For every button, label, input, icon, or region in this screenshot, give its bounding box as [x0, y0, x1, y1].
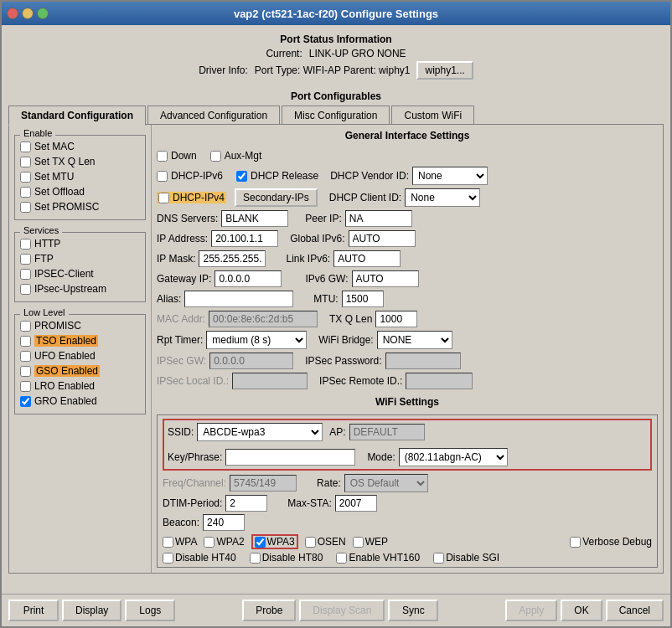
display-button[interactable]: Display — [62, 600, 121, 621]
general-interface-title: General Interface Settings — [157, 130, 658, 142]
ipsec-remote-id-label: IPSec Remote ID.: — [319, 375, 402, 387]
probe-button[interactable]: Probe — [242, 600, 296, 621]
enc-options-row: WPA WPA2 WPA3 — [163, 534, 652, 549]
peer-ip-input[interactable] — [345, 210, 412, 227]
promisc-checkbox[interactable] — [20, 321, 31, 332]
ap-row: AP: — [329, 424, 424, 440]
tx-q-len-input[interactable] — [375, 311, 417, 327]
ufo-enabled-checkbox[interactable] — [20, 351, 31, 362]
dtim-period-input[interactable] — [225, 495, 267, 512]
key-phrase-input[interactable] — [225, 449, 355, 466]
tab-standard[interactable]: Standard Configuration — [8, 106, 146, 126]
tab-advanced[interactable]: Advanced Configuration — [147, 106, 280, 126]
ipsec-upstream-label: IPsec-Upstream — [34, 283, 106, 295]
set-mac-checkbox[interactable] — [20, 142, 31, 152]
wiphy-button[interactable]: wiphy1... — [416, 61, 473, 80]
wifi-bridge-select[interactable]: NONE — [377, 331, 452, 349]
dhcp-release-checkbox[interactable] — [236, 171, 247, 182]
disable-sgi-checkbox[interactable] — [433, 553, 444, 564]
display-scan-button[interactable]: Display Scan — [299, 600, 385, 621]
global-ipv6-input[interactable] — [349, 230, 416, 247]
wep-checkbox[interactable] — [353, 537, 364, 548]
left-button-group: Print Display Logs — [8, 600, 175, 621]
apply-button[interactable]: Apply — [505, 600, 557, 621]
ip-address-input[interactable] — [211, 230, 278, 247]
ipsec-remote-id-input[interactable] — [406, 373, 473, 389]
mac-addr-input[interactable] — [209, 311, 318, 327]
set-mtu-label: Set MTU — [34, 171, 74, 183]
verbose-debug-checkbox[interactable] — [570, 537, 581, 548]
down-checkbox[interactable] — [157, 151, 168, 162]
tab-custom-wifi[interactable]: Custom WiFi — [391, 106, 474, 126]
mode-select[interactable]: (802.11abgn-AC) — [399, 448, 508, 466]
dhcp-ipv6-item: DHCP-IPv6 — [157, 168, 223, 183]
maximize-window-btn[interactable] — [37, 8, 49, 19]
ipsec-local-id-input[interactable] — [232, 373, 308, 389]
mtu-input[interactable] — [342, 291, 384, 307]
print-button[interactable]: Print — [8, 600, 59, 621]
set-promisc-checkbox[interactable] — [20, 202, 31, 213]
tx-q-len-label: TX Q Len — [329, 313, 372, 325]
enable-group-title: Enable — [20, 128, 55, 138]
dns-servers-input[interactable] — [221, 210, 288, 227]
wpa3-checkbox[interactable] — [255, 537, 266, 548]
tab-misc[interactable]: Misc Configuration — [282, 106, 390, 126]
set-offload-checkbox[interactable] — [20, 187, 31, 198]
dhcp-ipv4-checkbox[interactable] — [158, 193, 169, 203]
ipsec-upstream-checkbox[interactable] — [20, 284, 31, 295]
center-button-group: Probe Display Scan Sync — [242, 600, 438, 621]
osen-checkbox[interactable] — [305, 537, 316, 548]
enable-vht160-checkbox[interactable] — [336, 553, 347, 564]
beacon-input[interactable] — [203, 514, 245, 531]
lro-enabled-checkbox[interactable] — [20, 381, 31, 392]
close-window-btn[interactable] — [7, 8, 18, 19]
ip-mask-input[interactable] — [199, 250, 266, 267]
ssid-select[interactable]: ABCDE-wpa3 — [197, 423, 323, 441]
alias-mtu-row: Alias: MTU: — [157, 291, 658, 307]
freq-channel-input[interactable] — [230, 475, 297, 492]
sync-button[interactable]: Sync — [388, 600, 438, 621]
dhcp-client-id-select[interactable]: None — [405, 188, 480, 207]
tso-enabled-checkbox[interactable] — [20, 336, 31, 347]
minimize-window-btn[interactable] — [22, 8, 34, 19]
set-promisc-label: Set PROMISC — [34, 201, 99, 213]
ipsec-gw-label: IPSec GW: — [157, 355, 206, 367]
wpa-checkbox[interactable] — [163, 537, 173, 548]
current-label: Current: — [266, 48, 302, 59]
ftp-checkbox[interactable] — [20, 254, 31, 265]
gateway-ip-label: Gateway IP: — [157, 273, 211, 285]
wifi-settings-panel: SSID: ABCDE-wpa3 AP: Key/Phrase: — [157, 414, 658, 568]
ipsec-gw-input[interactable] — [209, 353, 293, 369]
dhcp-ipv6-checkbox[interactable] — [157, 171, 168, 182]
gro-enabled-checkbox[interactable] — [20, 396, 31, 407]
wpa2-checkbox[interactable] — [204, 537, 215, 548]
ipsec-password-input[interactable] — [385, 353, 461, 369]
alias-input[interactable] — [184, 291, 293, 307]
wpa-item: WPA — [163, 536, 197, 548]
secondary-ips-button[interactable]: Secondary-IPs — [235, 188, 318, 207]
dhcp-ipv6-label: DHCP-IPv6 — [171, 170, 223, 182]
disable-ht80-label: Disable HT80 — [262, 552, 323, 564]
max-sta-input[interactable] — [335, 495, 377, 512]
set-mtu-checkbox[interactable] — [20, 172, 31, 183]
link-ipv6-input[interactable] — [333, 250, 401, 267]
disable-sgi-item: Disable SGI — [433, 552, 499, 564]
rate-select[interactable]: OS Default — [344, 474, 428, 492]
ap-input[interactable] — [349, 424, 425, 440]
cancel-button[interactable]: Cancel — [606, 600, 664, 621]
rpt-timer-select[interactable]: medium (8 s) — [206, 331, 307, 349]
http-checkbox[interactable] — [20, 239, 31, 250]
disable-ht40-checkbox[interactable] — [163, 553, 173, 564]
bottom-buttons-bar: Print Display Logs Probe Display Scan Sy… — [2, 594, 670, 626]
gso-enabled-checkbox[interactable] — [20, 366, 31, 377]
disable-ht40-item: Disable HT40 — [163, 552, 236, 564]
set-tx-q-len-checkbox[interactable] — [20, 157, 31, 167]
logs-button[interactable]: Logs — [125, 600, 175, 621]
ipv6-gw-input[interactable] — [352, 270, 419, 287]
disable-ht80-checkbox[interactable] — [250, 553, 261, 564]
aux-mgt-checkbox[interactable] — [210, 151, 221, 162]
ipsec-client-checkbox[interactable] — [20, 269, 31, 280]
ok-button[interactable]: OK — [561, 600, 602, 621]
gateway-ip-input[interactable] — [215, 270, 282, 287]
dhcp-vendor-id-select[interactable]: None — [412, 167, 488, 185]
